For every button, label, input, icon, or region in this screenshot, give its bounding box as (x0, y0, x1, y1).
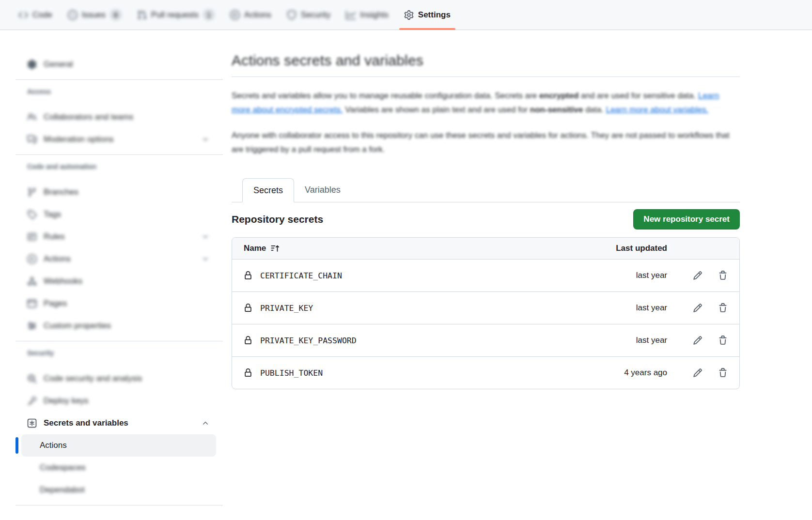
delete-secret-button[interactable] (718, 336, 728, 345)
sidebar-item-code-security[interactable]: Code security and analysis (21, 367, 216, 390)
sidebar-item-actions[interactable]: Actions (21, 248, 216, 270)
sidebar-item-branches[interactable]: Branches (21, 181, 216, 203)
sidebar-subitem-actions[interactable]: Actions (21, 434, 216, 457)
settings-main-content: Actions secrets and variables Secrets an… (232, 48, 740, 389)
column-header-label: Name (244, 244, 266, 253)
sidebar-section-title-code-and-automation: Code and automation (27, 162, 216, 171)
sidebar-item-collaborators[interactable]: Collaborators and teams (21, 106, 216, 128)
intro-text-segment: Variables are shown as plain text and ar… (343, 105, 530, 114)
pencil-icon (693, 303, 703, 313)
sidebar-subitem-dependabot[interactable]: Dependabot (21, 479, 216, 501)
edit-secret-button[interactable] (693, 303, 703, 313)
shield-icon (287, 10, 297, 20)
secrets-table-header: Name Last updated (232, 238, 739, 259)
secret-name-label: CERTIFICATE_CHAIN (260, 271, 342, 280)
intro-paragraph-2: Anyone with collaborator access to this … (232, 128, 735, 156)
sidebar-item-webhooks[interactable]: Webhooks (21, 270, 216, 292)
repo-tab-nav: Code Issues 8 Pull requests 1 Actions Se… (0, 0, 812, 30)
nav-tab-insights[interactable]: Insights (339, 0, 396, 30)
column-header-name[interactable]: Name (244, 244, 570, 253)
sidebar-item-label: General (44, 60, 73, 69)
gear-icon (27, 60, 37, 69)
new-repository-secret-button[interactable]: New repository secret (633, 209, 740, 229)
nav-tab-label: Settings (418, 10, 451, 20)
sidebar-item-secrets-and-variables[interactable]: Secrets and variables (21, 412, 216, 434)
asterisk-box-icon (27, 418, 37, 428)
issue-opened-icon (68, 10, 78, 20)
secret-name-label: PRIVATE_KEY_PASSWORD (260, 336, 357, 345)
nav-tab-settings[interactable]: Settings (397, 0, 458, 30)
edit-secret-button[interactable] (693, 336, 703, 345)
sidebar-item-tags[interactable]: Tags (21, 203, 216, 226)
delete-secret-button[interactable] (718, 303, 728, 313)
secret-row-actions (667, 271, 728, 280)
lock-icon (244, 304, 252, 312)
play-icon (230, 10, 240, 20)
nav-tab-code[interactable]: Code (11, 0, 60, 30)
chevron-down-icon (202, 255, 209, 263)
sidebar-item-label: Moderation options (44, 135, 114, 144)
nav-tab-issues[interactable]: Issues 8 (61, 0, 129, 30)
trash-icon (718, 368, 728, 378)
delete-secret-button[interactable] (718, 368, 728, 378)
sidebar-item-deploy-keys[interactable]: Deploy keys (21, 390, 216, 412)
page-title: Actions secrets and variables (232, 52, 740, 69)
active-tab-underline (399, 28, 455, 30)
sidebar-item-label: Secrets and variables (44, 418, 128, 428)
sidebar-item-label: Pages (44, 299, 67, 308)
nav-tab-pull-requests[interactable]: Pull requests 1 (130, 0, 222, 30)
sidebar-item-moderation-options[interactable]: Moderation options (21, 128, 216, 151)
sidebar-divider (16, 505, 223, 505)
sidebar-item-rules[interactable]: Rules (21, 226, 216, 248)
sidebar-item-label: Deploy keys (44, 396, 89, 406)
nav-tab-label: Code (32, 10, 52, 20)
nav-tab-actions[interactable]: Actions (223, 0, 279, 30)
webhook-icon (27, 276, 37, 286)
tab-variables[interactable]: Variables (294, 178, 351, 202)
play-icon (27, 254, 37, 264)
secret-row: PRIVATE_KEY last year (232, 291, 739, 324)
nav-tab-security[interactable]: Security (280, 0, 338, 30)
sidebar-divider (16, 154, 223, 155)
pencil-icon (693, 271, 703, 280)
sidebar-item-label: Custom properties (44, 321, 111, 331)
git-pull-request-icon (137, 10, 147, 20)
edit-secret-button[interactable] (693, 271, 703, 280)
secret-name-label: PUBLISH_TOKEN (260, 368, 323, 378)
secrets-table: Name Last updated CERTIFICATE_CHAIN last… (232, 237, 740, 389)
sidebar-item-pages[interactable]: Pages (21, 292, 216, 315)
chevron-down-icon (202, 136, 209, 143)
sidebar-item-label: Code security and analysis (44, 374, 142, 383)
sidebar-item-label: Branches (44, 187, 78, 197)
rules-icon (27, 232, 37, 242)
secret-updated: last year (636, 303, 667, 313)
intro-text: Secrets and variables allow you to manag… (232, 89, 740, 156)
sliders-icon (27, 321, 37, 331)
sidebar-item-custom-properties[interactable]: Custom properties (21, 315, 216, 337)
sidebar-section-title-security: Security (27, 348, 216, 358)
people-icon (27, 112, 37, 122)
intro-bold-non-sensitive: non-sensitive (530, 105, 583, 114)
sidebar-item-label: Tags (44, 210, 61, 219)
sidebar-item-label: Actions (44, 254, 71, 264)
intro-text-segment: and are used for sensitive data. (578, 91, 698, 100)
sidebar-subitem-codespaces[interactable]: Codespaces (21, 457, 216, 479)
variables-link[interactable]: Learn more about variables. (606, 105, 709, 114)
trash-icon (718, 271, 728, 280)
trash-icon (718, 303, 728, 313)
graph-icon (346, 10, 356, 20)
trash-icon (718, 336, 728, 345)
sidebar-item-label: Webhooks (44, 276, 82, 286)
delete-secret-button[interactable] (718, 271, 728, 280)
pencil-icon (693, 368, 703, 378)
secret-name-label: PRIVATE_KEY (260, 304, 313, 313)
secret-row: PUBLISH_TOKEN 4 years ago (232, 356, 739, 389)
secret-row-actions (667, 368, 728, 378)
secret-updated: last year (636, 336, 667, 345)
secret-row: CERTIFICATE_CHAIN last year (232, 259, 739, 291)
tab-secrets[interactable]: Secrets (242, 178, 294, 202)
chevron-up-icon (202, 419, 209, 427)
sidebar-item-general[interactable]: General (21, 53, 216, 76)
edit-secret-button[interactable] (693, 368, 703, 378)
sidebar-section-title-access: Access (27, 87, 216, 96)
